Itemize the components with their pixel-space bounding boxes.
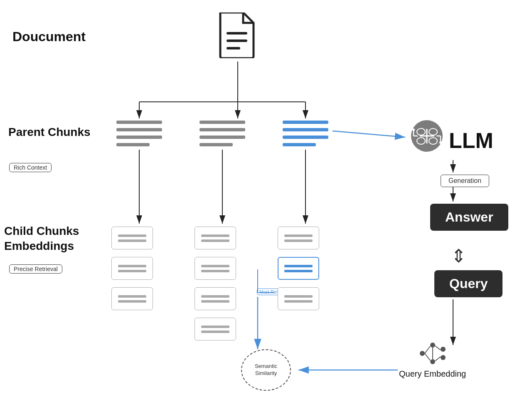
child-chunk-box-2-2 [195, 257, 236, 280]
svg-line-38 [332, 131, 405, 137]
precise-retrieval-badge: Precise Retrieval [9, 264, 62, 274]
child-chunk-box-3-3 [278, 287, 319, 310]
semantic-similarity-circle: Semantic Similarity [241, 349, 291, 391]
document-label: Doucument [12, 29, 86, 44]
child-chunk-box-2-1 [195, 227, 236, 249]
child-chunks-label: Child Chunks Embeddings [4, 224, 79, 254]
parent-chunks-label: Parent Chunks [8, 125, 91, 140]
svg-point-9 [439, 141, 442, 144]
parent-chunk-stack-3 [283, 121, 328, 146]
child-chunk-box-2-3 [195, 287, 236, 310]
bidirectional-arrow: ⇕ [451, 245, 466, 266]
child-chunk-box-2-4 [195, 318, 236, 340]
child-chunk-box-1-3 [111, 287, 153, 310]
child-chunk-box-1-2 [111, 257, 153, 280]
svg-point-20 [441, 355, 446, 360]
query-embedding-area: Query Embedding [399, 341, 466, 379]
diagram-container: Doucument Parent Chunks Rich Context Chi… [0, 0, 532, 407]
svg-point-19 [441, 347, 446, 352]
svg-line-22 [425, 353, 430, 360]
answer-box: Answer [430, 204, 508, 231]
llm-brain-icon [409, 118, 445, 155]
svg-point-17 [430, 343, 435, 348]
svg-line-23 [435, 346, 441, 350]
svg-point-6 [412, 128, 415, 131]
rich-context-badge: Rich Context [9, 163, 52, 172]
svg-line-21 [425, 346, 430, 353]
document-icon [216, 12, 258, 58]
svg-point-18 [430, 359, 435, 364]
svg-line-24 [435, 357, 441, 361]
child-chunk-box-3-2-highlighted [278, 257, 319, 280]
parent-chunk-stack-2 [200, 121, 245, 146]
generation-box: Generation [441, 175, 489, 187]
query-box: Query [434, 270, 502, 297]
child-chunk-box-3-1 [278, 227, 319, 249]
query-embedding-label: Query Embedding [399, 369, 466, 379]
svg-point-16 [420, 351, 425, 356]
llm-label: LLM [449, 128, 493, 153]
parent-chunk-stack-1 [116, 121, 162, 146]
child-chunk-box-1-1 [111, 227, 153, 249]
